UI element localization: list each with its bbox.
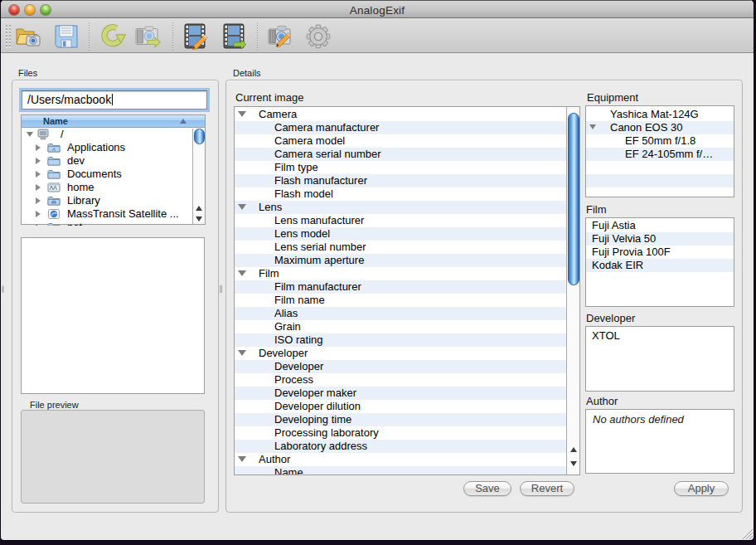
svg-text:A: A bbox=[52, 147, 56, 152]
